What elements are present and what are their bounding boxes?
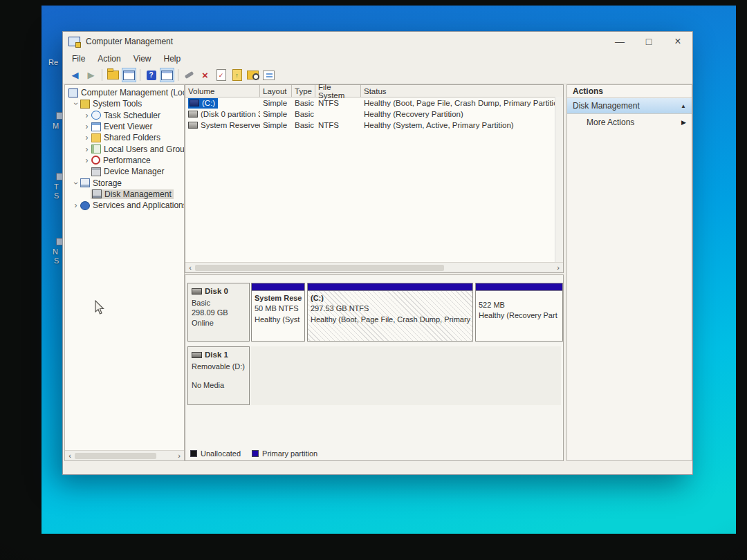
tree-item-storage[interactable]: › Storage	[65, 177, 184, 188]
volume-type: Basic	[292, 121, 315, 129]
back-icon[interactable]: ◀	[68, 68, 82, 82]
volume-list-header: Volume Layout Type File System Status	[185, 85, 563, 97]
menu-view[interactable]: View	[127, 53, 158, 65]
tree-item-device-manager[interactable]: Device Manager	[65, 166, 184, 177]
column-header-volume[interactable]: Volume	[185, 85, 260, 97]
partition-size: 522 MB	[479, 300, 560, 310]
tree-item-task-scheduler[interactable]: › Task Scheduler	[65, 110, 184, 121]
volume-icon	[188, 122, 198, 129]
scrollbar-thumb[interactable]	[75, 453, 156, 459]
delete-volume-icon[interactable]: ×	[198, 68, 212, 82]
partition-recovery[interactable]: 522 MB Healthy (Recovery Part	[475, 283, 563, 342]
actions-group-disk-management[interactable]: Disk Management ▲	[567, 98, 692, 114]
help-icon[interactable]: ?	[144, 68, 158, 82]
scrollbar-thumb[interactable]	[195, 265, 444, 271]
no-media-region[interactable]	[251, 346, 561, 405]
search-folder-icon[interactable]	[246, 68, 260, 82]
disk-name: Disk 0	[205, 286, 228, 297]
minimize-button[interactable]: —	[605, 32, 634, 51]
chevron-right-icon[interactable]: ›	[83, 146, 91, 153]
volume-row-system-reserved[interactable]: System Reserved Simple Basic NTFS Health…	[185, 120, 563, 131]
show-action-pane-icon[interactable]	[122, 68, 136, 82]
menu-help[interactable]: Help	[158, 53, 187, 65]
toolbar-separator	[140, 69, 140, 81]
menu-bar: File Action View Help	[63, 51, 692, 66]
volume-list: Volume Layout Type File System Status (C…	[185, 84, 564, 273]
check-document-icon[interactable]: ✓	[214, 68, 228, 82]
chevron-down-icon[interactable]: ›	[73, 100, 80, 108]
column-header-file-system[interactable]: File System	[315, 85, 361, 97]
column-header-status[interactable]: Status	[361, 85, 563, 97]
maximize-button[interactable]: □	[634, 32, 663, 51]
actions-group-label: Disk Management	[573, 101, 681, 111]
volume-layout: Simple	[260, 110, 292, 118]
tree-item-services-applications[interactable]: › Services and Applications	[65, 200, 184, 211]
tree-item-label: Storage	[93, 178, 122, 188]
volume-list-vertical-scrollbar[interactable]	[555, 97, 563, 263]
close-button[interactable]: ×	[663, 32, 692, 51]
console-window-icon[interactable]	[160, 68, 174, 82]
chevron-down-icon[interactable]: ›	[73, 179, 80, 187]
volume-name: (C:)	[202, 99, 215, 107]
volume-row-partition3[interactable]: (Disk 0 partition 3) Simple Basic Health…	[185, 109, 563, 120]
tree-item-label: Device Manager	[104, 167, 164, 176]
show-console-tree-icon[interactable]	[106, 68, 120, 82]
tree-item-performance[interactable]: › Performance	[65, 155, 184, 166]
disk-1-label[interactable]: Disk 1 Removable (D:) No Media	[187, 346, 250, 405]
tree-item-label: Services and Applications	[93, 200, 185, 210]
attributes-tool-icon[interactable]	[182, 68, 196, 82]
chevron-right-icon[interactable]: ›	[83, 157, 91, 164]
services-icon	[80, 201, 90, 210]
scroll-right-icon[interactable]: ›	[174, 451, 184, 460]
column-header-type[interactable]: Type	[292, 85, 315, 97]
desktop-icon-label[interactable]: S	[54, 256, 59, 265]
chevron-right-icon[interactable]: ›	[72, 202, 80, 209]
menu-action[interactable]: Action	[91, 53, 127, 65]
forward-icon[interactable]: ▶	[84, 68, 98, 82]
tree-item-label: Disk Management	[104, 189, 172, 199]
task-scheduler-icon	[91, 111, 101, 120]
desktop-icon-label[interactable]: N	[53, 248, 58, 256]
monitor-photo: Re M T S N S Computer Management — □ × F…	[0, 0, 747, 560]
desktop-icon-label[interactable]: T	[54, 183, 59, 191]
scroll-left-icon[interactable]: ‹	[65, 451, 75, 460]
tree-item-local-users-groups[interactable]: › Local Users and Groups	[65, 143, 184, 154]
desktop-icon-label[interactable]: S	[54, 192, 59, 200]
chevron-right-icon[interactable]: ›	[83, 123, 91, 130]
shared-folders-icon	[91, 133, 101, 142]
disk-0-label[interactable]: Disk 0 Basic 298.09 GB Online	[187, 283, 250, 342]
partition-c-selected[interactable]: (C:) 297.53 GB NTFS Healthy (Boot, Page …	[307, 283, 473, 342]
tree-item-disk-management[interactable]: Disk Management	[65, 189, 184, 200]
tree-item-event-viewer[interactable]: › Event Viewer	[65, 121, 184, 132]
export-list-icon[interactable]: ↑	[230, 68, 244, 82]
primary-partition-bar	[308, 283, 472, 291]
tree-horizontal-scrollbar[interactable]: ‹ ›	[65, 450, 184, 460]
tree-item-computer-management[interactable]: Computer Management (Local	[65, 87, 184, 98]
more-actions-label: More Actions	[587, 118, 634, 127]
tree-item-label: Task Scheduler	[104, 111, 160, 120]
tree-item-shared-folders[interactable]: › Shared Folders	[65, 132, 184, 143]
partition-system-reserved[interactable]: System Rese 50 MB NTFS Healthy (Syst	[251, 283, 305, 342]
menu-file[interactable]: File	[66, 53, 91, 65]
more-actions-item[interactable]: More Actions ▶	[567, 114, 692, 131]
tree-item-system-tools[interactable]: › System Tools	[65, 98, 184, 109]
scroll-left-icon[interactable]: ‹	[185, 263, 195, 272]
title-bar[interactable]: Computer Management — □ ×	[63, 32, 692, 51]
toolbar-separator	[178, 69, 178, 81]
desktop-icon-label[interactable]: Re	[48, 58, 58, 66]
properties-icon[interactable]	[261, 68, 276, 82]
partition-title: System Rese	[255, 293, 302, 304]
chevron-right-icon[interactable]: ›	[83, 134, 91, 141]
column-header-layout[interactable]: Layout	[260, 85, 292, 97]
chevron-right-icon[interactable]: ›	[83, 112, 91, 119]
volume-type: Basic	[292, 110, 315, 118]
volume-list-horizontal-scrollbar[interactable]: ‹ ›	[185, 262, 563, 272]
volume-status: Healthy (System, Active, Primary Partiti…	[361, 121, 563, 129]
toolbar-separator	[102, 69, 102, 81]
collapse-icon[interactable]: ▲	[681, 103, 686, 109]
partition-legend: Unallocated Primary partition	[190, 449, 317, 458]
tree-item-label: Local Users and Groups	[104, 144, 185, 154]
volume-row-c[interactable]: (C:) Simple Basic NTFS Healthy (Boot, Pa…	[185, 97, 563, 109]
desktop-icon-label[interactable]: M	[53, 122, 59, 130]
scroll-right-icon[interactable]: ›	[553, 263, 563, 272]
